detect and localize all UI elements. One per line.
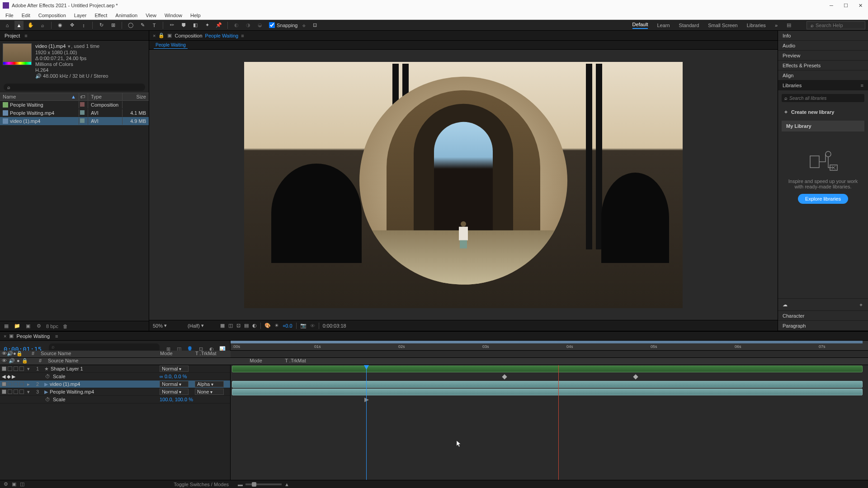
workspace-learn[interactable]: Learn [657,23,670,28]
col-size-header[interactable]: Size [123,93,149,100]
zoom-tool[interactable]: ⌕ [38,21,47,30]
menu-file[interactable]: File [2,12,17,19]
maximize-button[interactable]: ☐ [843,2,849,9]
project-search-input[interactable] [10,84,142,90]
prev-keyframe[interactable]: ◀ [2,374,5,380]
workspace-default[interactable]: Default [632,22,648,29]
blend-mode-select[interactable]: Normal ▾ [160,389,189,395]
collapse-icon[interactable]: ▣ [12,481,16,487]
channel-controls[interactable]: ◐ [252,323,257,328]
comp-tab-menu[interactable]: ≡ [241,33,244,38]
selection-tool[interactable]: ▲ [14,21,24,30]
libraries-panel-tab[interactable]: Libraries ≡ [778,80,868,90]
blend-mode-select[interactable]: Normal ▾ [160,366,189,372]
lock-icon[interactable]: 🔒 [158,33,165,38]
dolly-tool[interactable]: ↕ [79,21,88,30]
zoom-out-icon[interactable]: ▬ [238,482,243,487]
time-ruler[interactable]: :00s 01s 02s 03s 04s 05s 06s 07s [231,341,868,351]
menu-composition[interactable]: Composition [35,12,70,19]
playhead[interactable] [366,365,367,480]
menu-effect[interactable]: Effect [91,12,111,19]
add-content-icon[interactable]: ＋ [859,301,863,308]
workspace-more[interactable]: » [775,23,778,28]
libraries-search[interactable]: ⌕ [782,94,864,102]
brush-tool[interactable]: ✏ [167,21,176,30]
col-label-header[interactable]: 🏷 [79,93,88,100]
menu-layer[interactable]: Layer [71,12,90,19]
snapshot-icon[interactable]: 📷 [300,323,307,328]
show-snapshot[interactable]: 👁 [310,323,315,328]
timeline-tab[interactable]: × ▣ People Waiting ≡ [0,332,868,341]
keyframe[interactable] [502,374,507,379]
render-toggle-icon[interactable]: ⚙ [4,481,8,487]
menu-window[interactable]: Window [161,12,186,19]
comp-tab-name[interactable]: People Waiting [205,33,239,38]
track-bar-video2[interactable] [232,389,863,395]
grid-guides[interactable]: ▤ [244,323,249,328]
type-tool[interactable]: T [150,21,159,30]
panel-menu-icon[interactable]: ≡ [24,33,27,38]
menu-help[interactable]: Help [187,12,204,19]
track-bar-shape[interactable] [232,366,863,372]
layer-row-shape[interactable]: ▾ 1 ★Shape Layer 1 Normal ▾ [0,365,230,373]
property-scale[interactable]: ◀◆▶ ⏱ Scale ∞ 0.0, 0.0 % [0,373,230,380]
audio-panel-tab[interactable]: Audio [778,41,868,51]
minimize-button[interactable]: ─ [828,2,835,9]
col-type-header[interactable]: Type [88,93,123,100]
bpc-label[interactable]: 8 bpc [46,324,58,329]
add-keyframe[interactable]: ◆ [7,374,10,380]
twirl-icon[interactable]: ▸ [27,381,32,387]
toggle-mask[interactable]: ◫ [228,323,233,328]
close-tab-icon[interactable]: × [153,33,156,38]
keyframe[interactable] [633,374,638,379]
rotation-tool[interactable]: ↻ [97,21,106,30]
exposure-value[interactable]: +0.0 [283,323,292,328]
workspace-standard[interactable]: Standard [679,23,699,28]
visibility-toggle[interactable] [2,389,6,394]
pan-tool[interactable]: ✥ [67,21,76,30]
timeline-tracks[interactable] [231,365,868,480]
layer-row-video2[interactable]: ▾ 3 ▶People Waiting.mp4 Normal ▾ None ▾ [0,388,230,396]
project-row-comp[interactable]: People Waiting Composition [0,101,149,109]
explore-libraries-button[interactable]: Explore libraries [798,194,848,204]
menu-animation[interactable]: Animation [112,12,141,19]
effects-panel-tab[interactable]: Effects & Presets [778,61,868,70]
roto-tool[interactable]: ✦ [203,21,212,30]
project-settings-icon[interactable]: ⚙ [35,323,42,330]
work-area-marker[interactable] [558,365,559,480]
resolution-dropdown[interactable]: (Half) ▾ [188,323,204,328]
col-name-header[interactable]: Name ▲ [0,93,79,100]
toggle-switches-button[interactable]: Toggle Switches / Modes [174,482,229,487]
close-tab-icon[interactable]: × [4,333,6,339]
interpret-footage-icon[interactable]: ▦ [3,323,10,330]
breadcrumb-item[interactable]: People Waiting [154,42,188,49]
close-button[interactable]: ✕ [857,2,863,9]
property-scale-2[interactable]: ⏱ Scale 100.0, 100.0 % [0,396,230,404]
menu-view[interactable]: View [142,12,160,19]
libraries-search-input[interactable] [789,96,862,101]
hand-tool[interactable]: ✋ [26,21,35,30]
panel-menu-icon[interactable]: ≡ [861,83,863,88]
blend-mode-select[interactable]: Normal ▾ [160,381,189,387]
timeline-zoom-slider[interactable]: ▬ ▲ [234,482,864,487]
trkmat-select[interactable]: Alpha ▾ [195,381,224,387]
layer-row-video1[interactable]: ▸ 2 ▶video (1).mp4 Normal ▾ Alpha ▾ [0,380,230,388]
preview-panel-tab[interactable]: Preview [778,51,868,61]
zoom-in-icon[interactable]: ▲ [284,482,289,487]
my-library-item[interactable]: My Library [782,121,864,131]
snap-option-1[interactable]: ⟐ [300,21,309,30]
snapping-checkbox[interactable] [269,22,275,28]
info-panel-tab[interactable]: Info [778,31,868,41]
create-library-button[interactable]: ＋ Create new library [782,107,864,117]
align-panel-tab[interactable]: Align [778,70,868,80]
anchor-tool[interactable]: ⊞ [108,21,118,30]
cloud-sync-icon[interactable]: ☁ [783,302,788,308]
tab-menu-icon[interactable]: ≡ [55,333,58,339]
workspace-menu[interactable]: ▤ [787,22,791,28]
color-mgmt[interactable]: 🎨 [264,323,271,328]
workspace-libraries[interactable]: Libraries [747,23,766,28]
new-folder-icon[interactable]: 📁 [14,323,21,330]
snap-option-2[interactable]: ⊡ [311,21,320,30]
expand-icon[interactable]: ◫ [20,481,24,487]
workspace-small-screen[interactable]: Small Screen [708,23,737,28]
